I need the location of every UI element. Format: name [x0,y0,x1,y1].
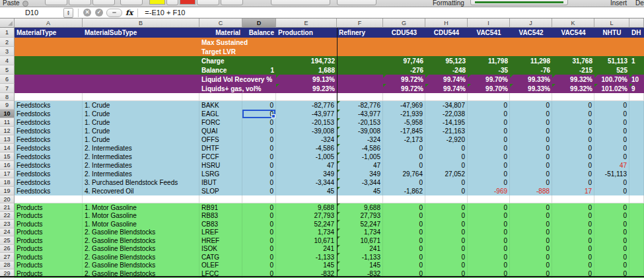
cell-M12[interactable] [629,127,644,135]
cell-G19[interactable]: -1,862 [383,187,425,195]
cell-E28[interactable]: 145 [276,261,337,270]
row-header-2[interactable]: 2 [0,38,15,47]
cell-F14[interactable]: -4,586 [337,144,383,153]
function-pill-icon[interactable] [106,9,122,17]
row-header-15[interactable]: 15 [0,153,15,161]
cell-L1[interactable]: NHTU [594,28,629,38]
cell-E15[interactable]: -1,005 [276,153,337,161]
cell-J1[interactable]: VAC542 [510,28,552,38]
cell-A14[interactable]: Feedstocks [15,144,83,153]
cell-B27[interactable]: 2. Gasoline Blendstocks [83,253,199,261]
cell-K23[interactable]: 0 [552,220,594,228]
cell-M14[interactable] [629,144,644,153]
cell-K24[interactable]: 0 [552,228,594,237]
cell-C25[interactable]: HREF [199,236,242,245]
cell-A18[interactable]: Feedstocks [15,178,83,187]
cell-J7[interactable]: 99.33% [510,84,552,93]
cell-K20[interactable] [552,195,594,203]
cell-J22[interactable]: 0 [510,212,552,221]
cell-F26[interactable]: 241 [337,245,383,254]
cell-F20[interactable] [337,195,383,203]
cell-I11[interactable]: 0 [468,118,510,127]
cell-K8[interactable] [552,93,594,101]
cell-H10[interactable]: -22,038 [425,110,468,118]
column-header-J[interactable]: J [510,18,552,28]
cell-A2[interactable] [15,38,83,47]
cell-L14[interactable]: 0 [594,144,629,153]
cell-A27[interactable]: Products [15,253,83,261]
cell-F15[interactable]: -1,005 [337,153,383,161]
cell-D11[interactable]: 0 [242,118,276,127]
cell-I1[interactable]: VAC541 [468,28,510,38]
cell-G2[interactable] [383,38,425,47]
cell-F3[interactable] [337,47,383,56]
row-header-21[interactable]: 21 [0,203,15,212]
select-all-corner[interactable] [0,18,15,28]
insert-button[interactable]: Insert [610,0,627,7]
cell-A24[interactable]: Products [15,228,83,237]
name-box-stepper[interactable]: ▲▼ [63,8,73,18]
row-header-14[interactable]: 14 [0,144,15,153]
cell-H25[interactable]: 0 [425,236,468,245]
cell-J9[interactable]: 0 [510,101,552,110]
cell-I6[interactable]: 99.70% [468,75,510,84]
cell-M4[interactable]: 1 [629,56,644,65]
cell-H13[interactable]: -2,920 [425,135,468,144]
cell-I12[interactable]: 0 [468,127,510,135]
cell-H8[interactable] [425,93,468,101]
cell-J10[interactable]: 0 [510,110,552,118]
cell-K12[interactable]: 0 [552,127,594,135]
cell-M28[interactable] [629,261,644,270]
cell-C8[interactable] [199,93,242,101]
cell-C20[interactable] [199,195,242,203]
cell-B26[interactable]: 2. Gasoline Blendstocks [83,245,199,254]
cell-F28[interactable]: 145 [337,261,383,270]
cell-C4[interactable]: Charge [199,56,242,65]
cell-G18[interactable]: 0 [383,178,425,187]
cell-J19[interactable]: -888 [510,187,552,195]
cell-J15[interactable]: 0 [510,153,552,161]
cell-B18[interactable]: 3. Purchased Blendstock Feeds [83,178,199,187]
cell-C7[interactable]: Liquids+ gas, vol% [199,84,242,93]
cell-I13[interactable]: 0 [468,135,510,144]
cell-J2[interactable] [510,38,552,47]
cell-F13[interactable]: -324 [337,135,383,144]
delete-button[interactable]: Delete [635,0,644,7]
cell-M5[interactable] [629,65,644,75]
row-header-1[interactable]: 1 [0,28,15,38]
cell-F11[interactable]: -20,153 [337,118,383,127]
cell-C18[interactable]: IBUT [199,178,242,187]
cell-I22[interactable]: 0 [468,212,510,221]
cell-D28[interactable]: 0 [242,261,276,270]
column-header-E[interactable]: E [276,18,337,28]
cell-E11[interactable]: -20,153 [276,118,337,127]
cell-G14[interactable]: 0 [383,144,425,153]
row-header-6[interactable]: 6 [0,75,15,84]
cell-G8[interactable] [383,93,425,101]
cell-L11[interactable]: 0 [594,118,629,127]
cell-J6[interactable]: 99.33% [510,75,552,84]
cell-C17[interactable]: LSRG [199,170,242,178]
cell-G3[interactable] [383,47,425,56]
cell-I16[interactable]: 0 [468,161,510,170]
cell-E12[interactable]: -39,008 [276,127,337,135]
cell-H24[interactable]: 0 [425,228,468,237]
cell-M11[interactable] [629,118,644,127]
cell-M24[interactable] [629,228,644,237]
cell-E19[interactable]: 45 [276,187,337,195]
cell-L22[interactable]: 0 [594,212,629,221]
cell-I5[interactable]: -35 [468,65,510,75]
cancel-icon[interactable]: ✕ [83,9,91,17]
cell-H22[interactable]: 0 [425,212,468,221]
cell-G4[interactable]: 97,746 [383,56,425,65]
cell-L17[interactable]: -51,113 [594,170,629,178]
cell-I3[interactable] [468,47,510,56]
cell-H1[interactable]: CDU544 [425,28,468,38]
cell-H15[interactable]: 0 [425,153,468,161]
row-header-5[interactable]: 5 [0,65,15,75]
cell-A9[interactable]: Feedstocks [15,101,83,110]
cell-E16[interactable]: 47 [276,161,337,170]
cell-K25[interactable]: 0 [552,236,594,245]
cell-L15[interactable]: 0 [594,153,629,161]
cell-I2[interactable] [468,38,510,47]
